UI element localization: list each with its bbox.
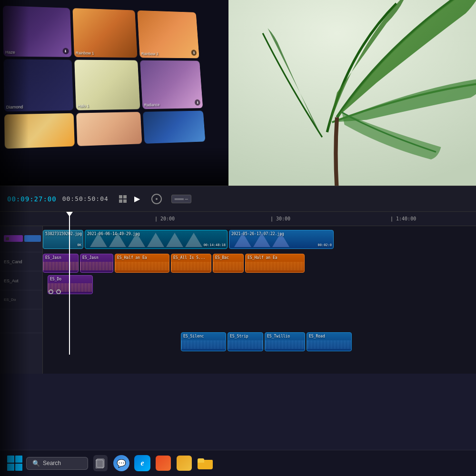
audio-clip-6[interactable]: ES_Half an Ea	[245, 254, 305, 273]
folder-button[interactable]	[197, 455, 214, 472]
thumbnail-grid: ⬇ Haze Rainbow 1 Rainbow 2 ⬇ Diamond Hal…	[0, 2, 208, 153]
thumbnail-item[interactable]: Halo 1	[74, 60, 140, 110]
thumbnail-item[interactable]	[76, 112, 142, 146]
track-content: 538273159202.jpg 0K 2021-06-06-14-49-29.…	[43, 226, 476, 374]
video-track-1: 538273159202.jpg 0K 2021-06-06-14-49-29.…	[43, 226, 476, 252]
thumbnail-label: Haze	[5, 50, 15, 55]
clip-label: ES_Silenc	[183, 334, 204, 338]
audio-clip-9[interactable]: ES_Strip	[228, 332, 263, 351]
thumbnail-label: Radiance	[144, 103, 160, 108]
audio-clip-2[interactable]: ES_Jasn	[80, 254, 113, 273]
clip-label: ES_Strip	[230, 334, 248, 338]
track-label-5	[0, 309, 42, 333]
mini-clip-1[interactable]: ⬛	[4, 235, 23, 242]
audio-clip-1[interactable]: ES_Jasn	[43, 254, 79, 273]
transport-bar: 00:09:27:00 00:50:50:04 ▶ ═══ ─	[0, 186, 476, 212]
clip-duration: 0K	[78, 243, 81, 247]
app-icon-1[interactable]	[155, 455, 172, 472]
edge-button[interactable]: e	[134, 455, 151, 472]
playhead[interactable]	[69, 212, 70, 355]
track-label-1: ⬛	[0, 226, 42, 252]
task-view-button[interactable]	[92, 455, 109, 472]
triangle-marker	[185, 233, 202, 247]
app-icon-yellow	[177, 456, 192, 471]
inspector-button[interactable]: ═══ ─	[171, 195, 191, 203]
thumbnail-item[interactable]: Rainbow 2 ⬇	[138, 10, 199, 59]
audio-clip-5[interactable]: ES_Bac	[213, 254, 244, 273]
ruler-marks: | 20:00 | 30:00 | 1:40:00	[48, 212, 476, 226]
search-bar[interactable]: 🔍 Search	[26, 457, 88, 470]
clip-label: ES_Jasn	[82, 256, 99, 260]
windows-logo-button[interactable]	[7, 456, 22, 471]
search-icon: 🔍	[32, 460, 40, 467]
track-markers	[49, 289, 61, 294]
clip-label: ES_Jasn	[45, 256, 61, 260]
audio-clip-11[interactable]: ES_Road	[307, 332, 352, 351]
track-labels: ⬛ ES_Cand ES_Aut ES_Do	[0, 226, 43, 374]
waveform	[115, 262, 169, 270]
thumbnail-item[interactable]: Diamond	[3, 59, 73, 111]
audio-clip-4[interactable]: ES_All Is S...	[171, 254, 211, 273]
triangle-marker	[147, 233, 164, 247]
clip-label: ES_Bac	[215, 256, 229, 260]
app-icon-2[interactable]	[176, 455, 193, 472]
clip-label: ES_Half an Ea	[117, 256, 147, 260]
audio-clip-10[interactable]: ES_Twillio	[265, 332, 305, 351]
waveform	[265, 340, 305, 349]
waveform	[80, 262, 113, 270]
clip-label: 538273159202.jpg	[45, 232, 82, 236]
waveform	[228, 340, 263, 349]
thumb-icon: ⬇	[195, 99, 200, 106]
thumb-icon: ⬇	[191, 50, 197, 56]
play-button[interactable]: ▶	[132, 192, 142, 205]
video-clip-3[interactable]: 2021-05-26-17:07:22.jpg 00:02:0	[229, 230, 334, 249]
ruler-mark-140: | 1:40:00	[390, 216, 416, 221]
marker-circle[interactable]	[49, 289, 53, 294]
chat-button[interactable]: 💬	[113, 455, 130, 472]
chat-icon: 💬	[113, 455, 129, 471]
marker-circle[interactable]	[56, 289, 61, 294]
track-label-2: ES_Cand	[0, 252, 42, 271]
audio-track-4: ES_Silenc ES_Strip ES_Twillio ES_Road	[43, 331, 476, 352]
video-clip-1[interactable]: 538273159202.jpg 0K	[43, 230, 83, 249]
clip-duration: 00:14:48:18	[204, 243, 226, 247]
track-label-4: ES_Do	[0, 290, 42, 309]
clip-label: 2021-05-26-17:07:22.jpg	[231, 232, 284, 236]
thumbnail-item[interactable]: Radiance ⬇	[140, 60, 203, 109]
clip-label: ES_Half an Ea	[248, 256, 278, 260]
playhead-head	[66, 212, 73, 217]
ruler-mark-30: | 30:00	[270, 216, 290, 221]
video-clip-2[interactable]: 2021-06-06-14-49-29.jpg 00:14:48:18	[85, 230, 228, 249]
clip-duration: 00:02:0	[317, 243, 332, 247]
thumbnail-label: Rainbow 2	[141, 51, 159, 56]
audio-clip-3[interactable]: ES_Half an Ea	[115, 254, 169, 273]
waveform	[171, 262, 211, 270]
waveform	[181, 340, 226, 349]
audio-track-1: ES_Jasn ES_Jasn ES_Half an Ea ES_All Is …	[43, 252, 476, 274]
mini-clip-2[interactable]	[24, 235, 41, 242]
audio-clip-8[interactable]: ES_Silenc	[181, 332, 226, 351]
file-icon	[93, 455, 108, 471]
preview-panel	[228, 0, 476, 186]
thumbnail-item[interactable]: ⬇ Haze	[3, 6, 71, 57]
waveform	[307, 340, 351, 349]
thumbnail-label: Halo 1	[78, 104, 89, 109]
clip-label: ES_Road	[309, 334, 325, 338]
thumbnail-item[interactable]	[4, 113, 75, 149]
media-overlay	[0, 148, 228, 186]
clip-label: ES_All Is S...	[173, 256, 205, 260]
clip-label: ES_Do	[50, 277, 61, 281]
plant-background	[228, 0, 476, 186]
thumbnail-item[interactable]: Rainbow 1	[72, 8, 138, 58]
track-label-3: ES_Aut	[0, 271, 42, 290]
clip-label: ES_Twillio	[267, 334, 290, 338]
thumb-icon: ⬇	[62, 48, 69, 54]
thumbnail-item[interactable]	[143, 111, 205, 144]
audio-track-2: ES_Do	[43, 274, 476, 295]
waveform	[213, 262, 243, 270]
waveform	[246, 262, 304, 270]
scope-icon[interactable]	[151, 194, 162, 204]
thumbnail-label: Rainbow 1	[76, 51, 94, 56]
svg-rect-2	[96, 460, 103, 468]
grid-view-icon[interactable]	[119, 195, 127, 203]
